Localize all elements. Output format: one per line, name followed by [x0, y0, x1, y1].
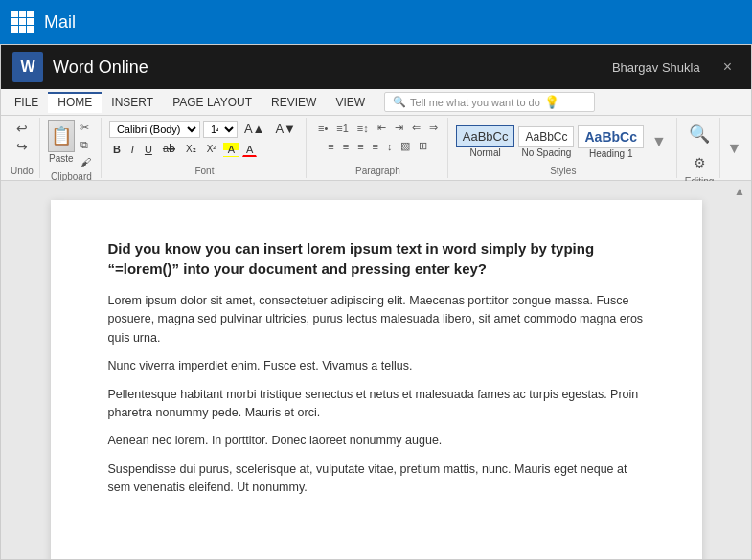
tell-me-placeholder: Tell me what you want to do	[410, 97, 540, 108]
editing-options-button[interactable]: ⚙	[690, 151, 710, 174]
line-spacing-button[interactable]: ↕	[383, 139, 397, 154]
username: Bhargav Shukla	[612, 60, 700, 75]
doc-para-1: Nunc viverra imperdiet enim. Fusce est. …	[108, 357, 645, 375]
search-icon: 🔍	[393, 96, 406, 108]
undo-group: ↩ ↪ Undo	[5, 118, 40, 178]
styles-group-label: Styles	[550, 164, 576, 176]
doc-para-3: Aenean nec lorem. In porttitor. Donec la…	[108, 432, 645, 450]
menu-file[interactable]: FILE	[5, 92, 48, 113]
rtl-button[interactable]: ⇐	[408, 120, 424, 136]
styles-group: AaBbCc Normal AaBbCc No Spacing AaBbCc H…	[450, 118, 677, 178]
undo-button[interactable]: ↩	[13, 120, 31, 137]
numbering-button[interactable]: ≡1	[332, 121, 353, 136]
styles-expand-button[interactable]: ▼	[648, 129, 671, 154]
paste-button[interactable]: 📋 Paste	[48, 120, 75, 164]
menu-review[interactable]: REVIEW	[262, 92, 326, 113]
decrease-font-button[interactable]: A▼	[271, 120, 300, 138]
ribbon-toolbar: ↩ ↪ Undo 📋 Paste ✂ ⧉ 🖌 Clipboard	[1, 116, 751, 181]
ribbon-menubar: FILE HOME INSERT PAGE LAYOUT REVIEW VIEW…	[1, 89, 751, 116]
word-titlebar: W Word Online Bhargav Shukla ×	[1, 45, 751, 89]
shading-button[interactable]: ▧	[397, 138, 414, 154]
ltr-button[interactable]: ⇒	[425, 120, 442, 136]
format-painter-button[interactable]: 🖌	[77, 154, 95, 169]
increase-indent-button[interactable]: ⇥	[391, 120, 407, 136]
app-title: Mail	[44, 12, 76, 33]
decrease-indent-button[interactable]: ⇤	[374, 120, 390, 136]
menu-page-layout[interactable]: PAGE LAYOUT	[163, 92, 262, 113]
cut-button[interactable]: ✂	[77, 120, 95, 136]
editing-group: 🔍 ⚙ Editing	[679, 118, 721, 178]
strikethrough-button[interactable]: ab̶	[159, 141, 179, 157]
style-no-spacing-label: No Spacing	[522, 147, 572, 158]
document-heading: Did you know you can insert lorem ipsum …	[108, 238, 645, 279]
word-title: Word Online	[53, 57, 148, 78]
font-name-select[interactable]: Calibri (Body)	[109, 121, 200, 138]
font-group: Calibri (Body) 14 A▲ A▼ B I U ab̶ X₂ X² …	[103, 118, 307, 178]
superscript-button[interactable]: X²	[203, 142, 220, 156]
bold-button[interactable]: B	[109, 142, 125, 157]
style-heading1-button[interactable]: AaBbCc	[578, 125, 643, 148]
borders-button[interactable]: ⊞	[415, 138, 431, 154]
font-size-select[interactable]: 14	[203, 121, 238, 138]
font-group-label: Font	[194, 164, 214, 176]
align-right-button[interactable]: ≡	[353, 139, 367, 154]
menu-view[interactable]: VIEW	[326, 92, 375, 113]
paste-icon: 📋	[48, 120, 75, 152]
titlebar-left: W Word Online	[12, 52, 148, 82]
doc-para-4: Suspendisse dui purus, scelerisque at, v…	[108, 460, 645, 498]
redo-button[interactable]: ↪	[13, 138, 31, 155]
find-replace-button[interactable]: 🔍	[685, 120, 714, 148]
document-area[interactable]: ▲ Did you know you can insert lorem ipsu…	[1, 181, 751, 559]
tell-me-box[interactable]: 🔍 Tell me what you want to do 💡	[384, 92, 595, 112]
highlight-button[interactable]: A	[223, 142, 239, 157]
paragraph-group: ≡• ≡1 ≡↕ ⇤ ⇥ ⇐ ⇒ ≡ ≡ ≡ ≡ ↕ ▧ ⊞	[308, 118, 448, 178]
bullets-button[interactable]: ≡•	[314, 121, 331, 136]
font-color-button[interactable]: A	[242, 142, 257, 157]
menu-home[interactable]: HOME	[48, 92, 102, 113]
top-bar: Mail	[0, 0, 752, 44]
style-normal-button[interactable]: AaBbCc	[456, 125, 515, 147]
doc-para-0: Lorem ipsum dolor sit amet, consectetuer…	[108, 292, 645, 347]
copy-button[interactable]: ⧉	[77, 137, 95, 153]
align-center-button[interactable]: ≡	[339, 139, 353, 154]
align-left-button[interactable]: ≡	[324, 139, 337, 154]
clipboard-group: 📋 Paste ✂ ⧉ 🖌 Clipboard	[42, 118, 102, 178]
bulb-icon: 💡	[544, 95, 559, 109]
justify-button[interactable]: ≡	[369, 139, 382, 154]
style-no-spacing-button[interactable]: AaBbCc	[518, 126, 574, 147]
multilevel-list-button[interactable]: ≡↕	[353, 121, 373, 136]
waffle-icon[interactable]	[11, 11, 34, 34]
document-page: Did you know you can insert lorem ipsum …	[51, 200, 702, 559]
style-heading1-label: Heading 1	[589, 148, 633, 159]
word-logo: W	[12, 52, 43, 82]
close-button[interactable]: ×	[716, 55, 740, 79]
doc-para-2: Pellentesque habitant morbi tristique se…	[108, 386, 645, 423]
scroll-up-button[interactable]: ▲	[734, 185, 745, 198]
style-normal-label: Normal	[469, 147, 500, 158]
word-window: W Word Online Bhargav Shukla × FILE HOME…	[0, 44, 752, 560]
menu-insert[interactable]: INSERT	[102, 92, 163, 113]
italic-button[interactable]: I	[127, 142, 138, 157]
paragraph-group-label: Paragraph	[355, 164, 400, 176]
increase-font-button[interactable]: A▲	[240, 120, 269, 138]
undo-group-label: Undo	[11, 164, 34, 176]
underline-button[interactable]: U	[141, 142, 156, 157]
ribbon-scroll-button[interactable]: ▼	[726, 140, 741, 157]
subscript-button[interactable]: X₂	[182, 142, 200, 156]
